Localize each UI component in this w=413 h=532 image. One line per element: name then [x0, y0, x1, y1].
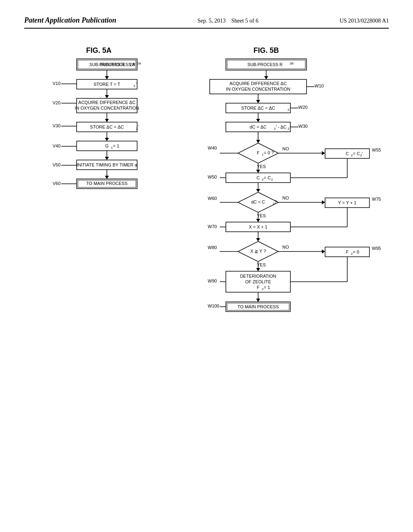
v20-text1: ACQUIRE DIFFERENCE ΔC — [78, 100, 136, 105]
v30-label: V30 — [52, 123, 60, 128]
v50-label: V50 — [52, 162, 60, 167]
w50-text: C — [257, 175, 260, 180]
svg-text:= 1: = 1 — [264, 285, 270, 290]
v40-label: V40 — [52, 143, 60, 148]
w75-text: Y = Y + 1 — [338, 200, 356, 205]
svg-marker-22 — [105, 138, 109, 141]
svg-marker-40 — [264, 76, 268, 79]
w20-label: W20 — [298, 105, 308, 110]
svg-text:′ - ΔC: ′ - ΔC — [276, 125, 287, 129]
svg-text:2: 2 — [271, 178, 273, 181]
svg-marker-69 — [256, 170, 260, 173]
svg-text:2B: 2B — [290, 62, 294, 65]
w80-text: X ≧ Y ? — [250, 249, 266, 254]
w100-text: TO MAIN PROCESS — [238, 304, 279, 309]
svg-text:?: ? — [274, 200, 277, 204]
v50-text: INITIATE TIMING BY TIMER a — [77, 162, 137, 167]
svg-marker-62 — [322, 151, 325, 155]
v60-text: TO MAIN PROCESS — [86, 181, 127, 186]
svg-marker-110 — [256, 299, 260, 302]
w80-no: NO — [282, 245, 289, 249]
svg-marker-16 — [105, 119, 109, 122]
v60-label: V60 — [52, 181, 60, 186]
svg-marker-84 — [322, 200, 325, 204]
w55-label: W55 — [372, 148, 381, 152]
w90-text1: DETERIORATION — [240, 274, 276, 278]
w40-label: W40 — [208, 145, 217, 150]
w10-text2: IN OXYGEN CONCENTRATION — [226, 87, 290, 91]
w70-text: X = X + 1 — [249, 224, 267, 229]
w40-no: NO — [282, 146, 289, 151]
flowchart-svg: FIG. 5A SUB-PROCESS R 2A SUB-PROCESS R 2… — [40, 41, 403, 484]
w80-label: W80 — [208, 245, 217, 250]
svg-text:= C: = C — [353, 151, 360, 156]
v10-label: V10 — [52, 81, 60, 86]
fig5b-subprocess-label: SUB-PROCESS R — [248, 62, 283, 67]
svg-marker-44 — [256, 100, 260, 103]
w30-label: W30 — [298, 124, 308, 129]
w20-text: STORE ΔC = ΔC — [241, 106, 275, 110]
svg-text:2: 2 — [288, 108, 290, 112]
patent-number: US 2013/0228008 A1 — [340, 16, 389, 24]
v30-text: STORE ΔC = ΔC — [90, 125, 124, 129]
svg-marker-12 — [105, 95, 109, 98]
publication-title: Patent Application Publication — [24, 16, 116, 25]
svg-marker-93 — [256, 238, 260, 241]
w90-text3: F — [257, 285, 260, 290]
w100-label: W100 — [208, 303, 219, 308]
svg-marker-87 — [256, 219, 260, 222]
svg-text:′: ′ — [138, 125, 139, 129]
svg-marker-32 — [105, 176, 109, 179]
svg-text:′: ′ — [136, 82, 137, 87]
svg-text:= C: = C — [264, 175, 271, 180]
page: Patent Application Publication Sep. 5, 2… — [0, 0, 413, 532]
w50-label: W50 — [208, 175, 217, 179]
svg-text:= 0: = 0 — [353, 249, 359, 254]
header-date-sheet: Sep. 5, 2013 Sheet 5 of 6 — [197, 16, 258, 24]
svg-marker-56 — [256, 140, 260, 143]
svg-marker-28 — [105, 157, 109, 160]
w60-no: NO — [282, 195, 289, 200]
w55-text: C — [346, 151, 349, 156]
svg-text:SUB-PROCESS R: SUB-PROCESS R — [100, 62, 136, 67]
publication-date: Sep. 5, 2013 — [197, 18, 225, 24]
w75-label: W75 — [372, 197, 381, 202]
w95-text: F — [346, 249, 349, 254]
header: Patent Application Publication Sep. 5, 2… — [24, 16, 389, 29]
svg-text:2: 2 — [288, 127, 290, 131]
diagram-area: FIG. 5A SUB-PROCESS R 2A SUB-PROCESS R 2… — [40, 41, 389, 484]
fig5b-label: FIG. 5B — [253, 46, 279, 54]
svg-text:′: ′ — [362, 151, 363, 156]
v20-label: V20 — [52, 100, 60, 105]
svg-marker-78 — [256, 189, 260, 192]
w90-text2: OF ZEOLITE — [245, 279, 271, 284]
w95-label: W95 — [372, 246, 381, 251]
fig5a-label: FIG. 5A — [86, 46, 111, 54]
w90-label: W90 — [208, 278, 217, 283]
svg-text:= 1: = 1 — [113, 143, 119, 148]
svg-text:2A: 2A — [137, 62, 141, 65]
sheet-info: Sheet 5 of 6 — [231, 18, 258, 24]
svg-marker-49 — [256, 119, 260, 122]
v10-text: STORE T = T — [94, 82, 120, 87]
w40-text: F — [257, 150, 260, 155]
v20-text2: IN OXYGEN CONCENTRATION — [75, 106, 139, 110]
w60-text: dC < C — [251, 200, 265, 204]
w10-label: W10 — [315, 83, 324, 88]
v40-text: G — [105, 143, 109, 148]
svg-marker-97 — [322, 249, 325, 254]
w30-text: dC = ΔC — [250, 125, 267, 129]
svg-text:= 0 ?: = 0 ? — [264, 150, 274, 155]
w60-label: W60 — [208, 196, 217, 201]
svg-marker-102 — [256, 268, 260, 271]
svg-marker-6 — [105, 76, 109, 79]
w10-text1: ACQUIRE DIFFERENCE ΔC — [229, 81, 287, 86]
w70-label: W70 — [208, 224, 217, 229]
svg-text:2: 2 — [133, 84, 136, 88]
